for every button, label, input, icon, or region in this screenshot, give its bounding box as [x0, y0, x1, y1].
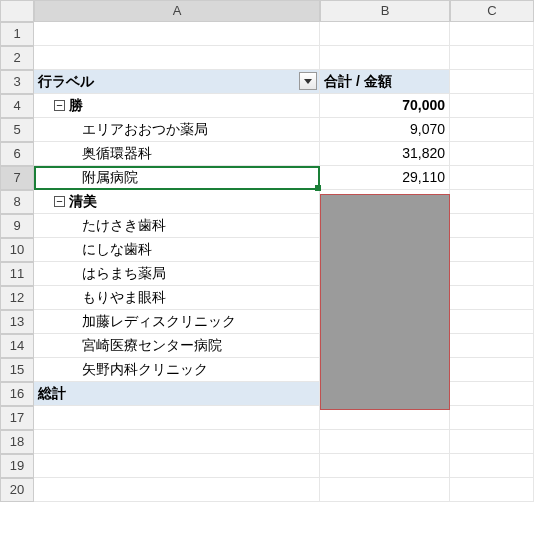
- row-header[interactable]: 5: [0, 118, 34, 142]
- row-header[interactable]: 3: [0, 70, 34, 94]
- cell[interactable]: [450, 94, 534, 118]
- row-header[interactable]: 16: [0, 382, 34, 406]
- pivot-subtotal[interactable]: 70,000: [320, 94, 450, 118]
- pivot-row-label-text: 行ラベル: [38, 73, 94, 89]
- cell[interactable]: [34, 406, 320, 430]
- pivot-item[interactable]: 宮崎医療センター病院: [34, 334, 320, 358]
- cell[interactable]: [34, 454, 320, 478]
- cell[interactable]: [34, 46, 320, 70]
- row-header[interactable]: 13: [0, 310, 34, 334]
- cell[interactable]: [450, 22, 534, 46]
- pivot-value[interactable]: 29,110: [320, 166, 450, 190]
- pivot-grand-total-label[interactable]: 総計: [34, 382, 320, 406]
- row-header[interactable]: 17: [0, 406, 34, 430]
- row-header[interactable]: 11: [0, 262, 34, 286]
- group-name: 勝: [69, 97, 83, 113]
- row-header[interactable]: 7: [0, 166, 34, 190]
- collapse-icon[interactable]: −: [54, 196, 65, 207]
- cell[interactable]: [320, 22, 450, 46]
- cell[interactable]: [450, 118, 534, 142]
- cell[interactable]: [450, 46, 534, 70]
- cell[interactable]: [320, 454, 450, 478]
- cell[interactable]: [450, 190, 534, 214]
- row-header[interactable]: 6: [0, 142, 34, 166]
- col-header-b[interactable]: B: [320, 0, 450, 22]
- cell[interactable]: [450, 406, 534, 430]
- cell[interactable]: [450, 286, 534, 310]
- filter-dropdown-icon[interactable]: [299, 72, 317, 90]
- pivot-group[interactable]: −清美: [34, 190, 320, 214]
- pivot-item[interactable]: たけさき歯科: [34, 214, 320, 238]
- row-header[interactable]: 1: [0, 22, 34, 46]
- row-header[interactable]: 10: [0, 238, 34, 262]
- cell[interactable]: [450, 142, 534, 166]
- cell[interactable]: [450, 358, 534, 382]
- row-header[interactable]: 15: [0, 358, 34, 382]
- pivot-value[interactable]: 31,820: [320, 142, 450, 166]
- select-all-corner[interactable]: [0, 0, 34, 22]
- group-name: 清美: [69, 193, 97, 209]
- cell[interactable]: [450, 334, 534, 358]
- pivot-item[interactable]: はらまち薬局: [34, 262, 320, 286]
- pivot-row-label-header[interactable]: 行ラベル: [34, 70, 320, 94]
- cell[interactable]: [34, 478, 320, 502]
- cell[interactable]: [450, 454, 534, 478]
- pivot-value[interactable]: 9,070: [320, 118, 450, 142]
- row-header[interactable]: 20: [0, 478, 34, 502]
- cell[interactable]: [320, 46, 450, 70]
- row-header[interactable]: 14: [0, 334, 34, 358]
- row-header[interactable]: 18: [0, 430, 34, 454]
- pivot-item[interactable]: 附属病院: [34, 166, 320, 190]
- row-header[interactable]: 12: [0, 286, 34, 310]
- cell[interactable]: [450, 430, 534, 454]
- redacted-region: [320, 194, 450, 410]
- cell[interactable]: [450, 238, 534, 262]
- cell[interactable]: [34, 430, 320, 454]
- cell[interactable]: [450, 70, 534, 94]
- column-header-row: A B C: [0, 0, 550, 22]
- pivot-value-header[interactable]: 合計 / 金額: [320, 70, 450, 94]
- row-header[interactable]: 9: [0, 214, 34, 238]
- col-header-a[interactable]: A: [34, 0, 320, 22]
- cell[interactable]: [450, 262, 534, 286]
- cell[interactable]: [450, 214, 534, 238]
- row-header[interactable]: 8: [0, 190, 34, 214]
- collapse-icon[interactable]: −: [54, 100, 65, 111]
- cell[interactable]: [34, 22, 320, 46]
- cell[interactable]: [450, 382, 534, 406]
- pivot-item[interactable]: もりやま眼科: [34, 286, 320, 310]
- spreadsheet: A B C 1 2 3 行ラベル 合計 / 金額 4 −勝 70,000 5: [0, 0, 550, 502]
- col-header-c[interactable]: C: [450, 0, 534, 22]
- row-header[interactable]: 4: [0, 94, 34, 118]
- pivot-item[interactable]: エリアおおつか薬局: [34, 118, 320, 142]
- pivot-item[interactable]: にしな歯科: [34, 238, 320, 262]
- cell[interactable]: [450, 310, 534, 334]
- pivot-item[interactable]: 矢野内科クリニック: [34, 358, 320, 382]
- pivot-item[interactable]: 加藤レディスクリニック: [34, 310, 320, 334]
- cell[interactable]: [450, 478, 534, 502]
- pivot-group[interactable]: −勝: [34, 94, 320, 118]
- row-header[interactable]: 19: [0, 454, 34, 478]
- cell[interactable]: [450, 166, 534, 190]
- row-header[interactable]: 2: [0, 46, 34, 70]
- cell[interactable]: [320, 478, 450, 502]
- pivot-item[interactable]: 奥循環器科: [34, 142, 320, 166]
- cell[interactable]: [320, 430, 450, 454]
